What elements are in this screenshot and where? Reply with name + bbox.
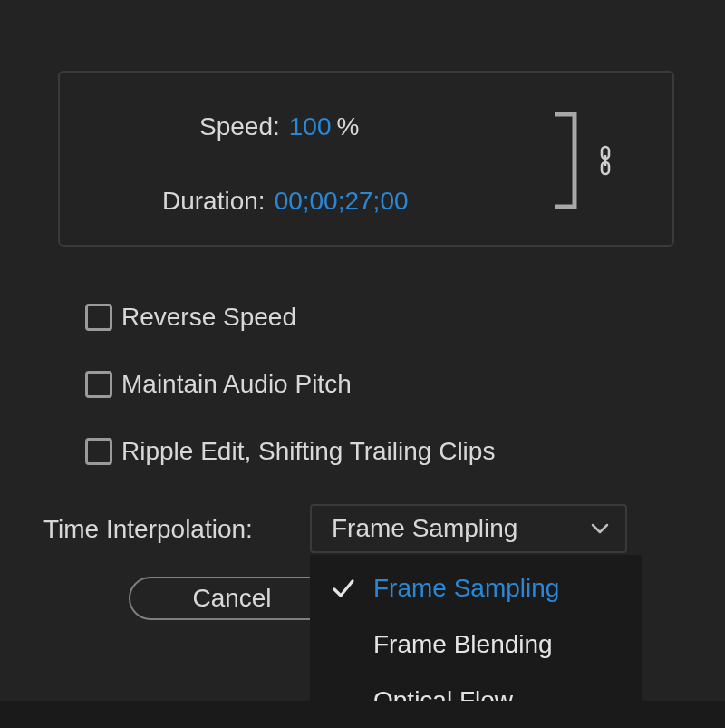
speed-value[interactable]: 100 [289, 112, 332, 141]
time-interpolation-select[interactable]: Frame Sampling [310, 504, 627, 553]
duration-value[interactable]: 00;00;27;00 [275, 187, 409, 216]
dialog-panel: Speed: 100 % Duration: 00;00;27;00 Rever… [0, 0, 725, 701]
speed-duration-group: Speed: 100 % Duration: 00;00;27;00 [58, 71, 674, 247]
background-strip [0, 701, 725, 728]
menu-item-frame-sampling[interactable]: Frame Sampling [310, 560, 642, 616]
reverse-speed-label: Reverse Speed [121, 303, 296, 332]
cancel-button-label: Cancel [192, 584, 271, 613]
checkmark-icon [332, 577, 355, 600]
maintain-audio-pitch-label: Maintain Audio Pitch [121, 370, 352, 399]
menu-item-label: Frame Blending [373, 630, 553, 659]
checkbox-box-icon [85, 371, 112, 398]
chevron-down-icon [591, 522, 609, 535]
speed-label: Speed: [199, 112, 280, 141]
ripple-edit-label: Ripple Edit, Shifting Trailing Clips [121, 437, 495, 466]
link-icon[interactable] [594, 145, 616, 176]
checkbox-box-icon [85, 304, 112, 331]
reverse-speed-checkbox[interactable]: Reverse Speed [85, 303, 296, 332]
ripple-edit-checkbox[interactable]: Ripple Edit, Shifting Trailing Clips [85, 437, 495, 466]
speed-row: Speed: 100 % [199, 112, 359, 149]
time-interpolation-selected: Frame Sampling [332, 514, 517, 543]
maintain-audio-pitch-checkbox[interactable]: Maintain Audio Pitch [85, 370, 352, 399]
speed-unit: % [336, 112, 359, 141]
menu-item-frame-blending[interactable]: Frame Blending [310, 616, 642, 673]
cancel-button[interactable]: Cancel [129, 577, 335, 620]
link-bracket-icon [551, 111, 582, 210]
duration-row: Duration: 00;00;27;00 [162, 187, 409, 223]
menu-item-label: Frame Sampling [373, 574, 559, 603]
checkbox-box-icon [85, 438, 112, 465]
duration-label: Duration: [162, 187, 266, 216]
time-interpolation-label: Time Interpolation: [44, 515, 253, 544]
